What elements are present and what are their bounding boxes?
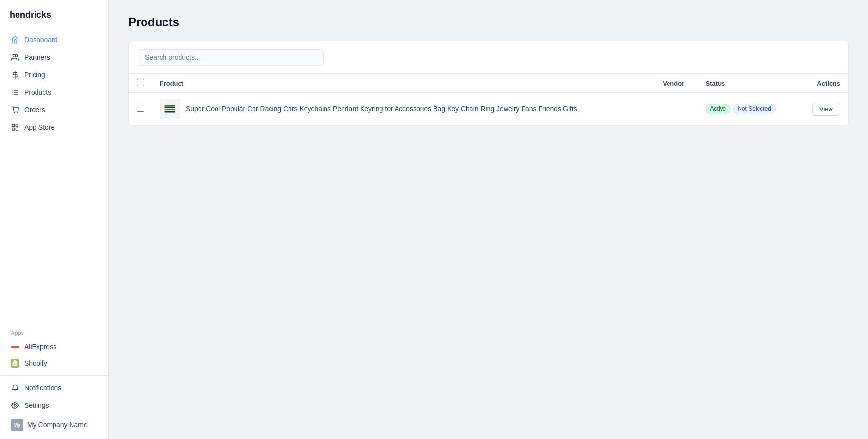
svg-point-0: [13, 54, 15, 57]
grid-icon: [11, 123, 19, 132]
aliexpress-icon: [11, 342, 19, 351]
product-header: Product: [152, 74, 655, 93]
sidebar-item-settings[interactable]: Settings: [6, 397, 103, 414]
svg-rect-10: [12, 124, 15, 127]
sidebar-item-label: Dashboard: [24, 36, 58, 44]
sidebar-nav: Dashboard Partners Pricing Products: [0, 28, 108, 323]
dollar-icon: [11, 70, 19, 79]
app-item-label: Shopify: [24, 359, 47, 367]
svg-rect-19: [165, 111, 175, 113]
sidebar-item-label: Notifications: [24, 384, 61, 392]
status-cell: Active Not Selected: [698, 93, 797, 125]
list-icon: [11, 88, 19, 97]
sidebar-item-notifications[interactable]: Notifications: [6, 380, 103, 396]
svg-rect-12: [16, 128, 18, 130]
svg-point-8: [14, 112, 14, 113]
sidebar-item-appstore[interactable]: App Store: [6, 119, 103, 136]
company-row[interactable]: My My Company Name: [6, 415, 103, 435]
sidebar-item-label: Pricing: [24, 71, 45, 79]
status-vendor-badge: Not Selected: [733, 104, 776, 114]
svg-point-14: [14, 404, 16, 406]
vendor-header: Vendor: [655, 74, 698, 93]
home-icon: [11, 35, 19, 44]
products-table: Product Vendor Status Actions: [129, 74, 848, 125]
gear-icon: [11, 401, 19, 410]
sidebar-item-label: Partners: [24, 53, 50, 61]
main-content: Products Product Vendor Status Actions: [109, 0, 868, 439]
company-avatar: My: [11, 419, 23, 431]
apps-section: Apps AliExpress Shopify: [0, 323, 108, 375]
users-icon: [11, 53, 19, 62]
actions-header: Actions: [797, 74, 848, 93]
sidebar-item-label: Products: [24, 88, 51, 96]
sidebar-item-aliexpress[interactable]: AliExpress: [6, 338, 103, 355]
page-title: Products: [128, 16, 849, 29]
select-all-checkbox[interactable]: [137, 79, 144, 86]
bell-icon: [11, 384, 19, 392]
sidebar: hendricks Dashboard Partners Pricing: [0, 0, 109, 439]
svg-rect-16: [165, 105, 175, 106]
select-all-header: [129, 74, 152, 93]
search-input[interactable]: [139, 49, 324, 66]
company-name: My Company Name: [27, 421, 88, 429]
product-name: Super Cool Popular Car Racing Cars Keych…: [186, 105, 577, 113]
vendor-cell: [655, 93, 698, 125]
app-logo: hendricks: [0, 0, 108, 28]
svg-rect-17: [165, 107, 175, 108]
row-checkbox[interactable]: [137, 105, 144, 112]
actions-cell: View: [797, 93, 848, 125]
status-header: Status: [698, 74, 797, 93]
status-active-badge: Active: [706, 104, 731, 114]
shopping-cart-icon: [11, 105, 19, 114]
sidebar-item-dashboard[interactable]: Dashboard: [6, 32, 103, 48]
row-checkbox-cell: [129, 93, 152, 125]
svg-point-9: [18, 112, 18, 113]
product-cell: Super Cool Popular Car Racing Cars Keych…: [152, 93, 655, 125]
shopify-icon: [11, 359, 19, 368]
products-card: Product Vendor Status Actions: [128, 41, 849, 126]
svg-rect-18: [165, 109, 175, 110]
svg-rect-13: [12, 128, 15, 130]
view-button[interactable]: View: [812, 103, 840, 116]
sidebar-item-pricing[interactable]: Pricing: [6, 67, 103, 83]
sidebar-bottom: Notifications Settings My My Company Nam…: [0, 375, 108, 439]
sidebar-item-partners[interactable]: Partners: [6, 49, 103, 66]
sidebar-item-label: App Store: [24, 123, 54, 131]
apps-label: Apps: [6, 327, 103, 338]
search-bar-wrap: [129, 41, 848, 74]
app-item-label: AliExpress: [24, 343, 56, 351]
sidebar-item-shopify[interactable]: Shopify: [6, 355, 103, 371]
svg-rect-11: [16, 124, 18, 127]
sidebar-item-products[interactable]: Products: [6, 84, 103, 101]
sidebar-item-label: Orders: [24, 106, 45, 114]
product-thumbnail: [160, 99, 180, 119]
sidebar-item-label: Settings: [24, 402, 49, 409]
sidebar-item-orders[interactable]: Orders: [6, 102, 103, 118]
table-row: Super Cool Popular Car Racing Cars Keych…: [129, 93, 848, 125]
